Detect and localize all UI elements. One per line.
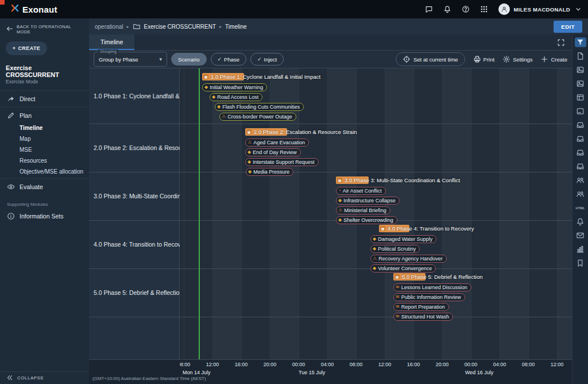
inject-chip-volunteer-convergence[interactable]: ◆Volunteer Convergence [370,264,436,272]
sidebar-item-timeline[interactable]: Timeline [0,122,89,133]
axis-tick-label: 08:00 [522,362,535,367]
filter-chip-phase[interactable]: ✓Phase [211,53,246,66]
rail-tray-icon[interactable] [575,148,586,158]
rail-chart-icon[interactable] [575,244,586,254]
collapse-button[interactable]: COLLAPSE [0,371,89,384]
create-label: CREATE [18,45,40,51]
rail-image-icon[interactable] [575,79,586,89]
inject-chip-interstate-support-request[interactable]: ◆Interstate Support Request [245,158,319,166]
apps-grid-icon[interactable] [480,5,488,13]
phase-bar[interactable]: ▦4.0 Phase 4: Transition to Recovery [379,225,474,232]
inject-chip-report-preparation[interactable]: ✉Report Preparation [393,303,449,311]
inject-label: Road Access Lost [217,94,258,100]
rail-bookmark-icon[interactable] [575,258,586,268]
rail-users-icon[interactable] [575,175,586,185]
inject-chip-damaged-water-supply[interactable]: ◆Damaged Water Supply [370,235,436,243]
rail-filter-icon[interactable] [575,37,586,47]
phase-bar-content: ▦5.0 Phase 5: Debrief & Reflection [393,273,482,281]
sidebar-item-direct[interactable]: Direct [0,92,89,106]
rail-tray-icon[interactable] [575,120,586,130]
inject-chip-air-asset-conflict[interactable]: ◔Air Asset Conflict [336,187,386,195]
diamond-icon: ◆ [338,198,342,203]
rail-bell-icon[interactable] [575,217,586,226]
phase-bar-content: ▦3.0 Phase 3: Multi-State Coordination &… [336,176,460,184]
inject-chip-political-scrutiny[interactable]: ◆Political Scrutiny [370,245,420,253]
inject-chip-end-of-day-review[interactable]: ◆End of Day Review [245,148,301,156]
phase-bar[interactable]: ▦3.0 Phase 3: Multi-State Coordination &… [336,176,460,184]
fullscreen-icon[interactable] [550,34,572,50]
chat-icon[interactable] [425,5,433,13]
inject-chip-structured-hot-wash[interactable]: ✉Structured Hot Wash [393,313,453,321]
sidebar-item-mse[interactable]: MSE [0,144,89,155]
phase-row-label: 1.0 Phase 1: Cyclone Landfall & Initia..… [89,68,180,124]
inject-chip-aged-care-evacuation[interactable]: ⚠Aged Care Evacuation [245,139,309,147]
rail-users-icon[interactable] [575,189,586,199]
breadcrumb-exercise[interactable]: Exercise CROSSCURRENT [144,24,216,30]
settings-button[interactable]: Settings [502,55,532,63]
row-separator [89,317,572,317]
user-menu[interactable]: MILES MACDONALD [498,3,582,15]
inject-chip-road-access-lost[interactable]: ◆Road Access Lost [210,93,262,101]
sidebar-item-information-sets[interactable]: Information Sets [0,209,89,223]
row-separator [89,220,572,221]
sidebar-item-objective-mse-allocation[interactable]: Objective/MSE allocation [0,166,89,177]
time-axis: 08:0012:0016:0020:0000:0004:0008:0012:00… [89,359,572,384]
inject-chip-infrastructure-collapse[interactable]: ◆Infrastructure Collapse [336,197,400,205]
inject-chip-shelter-overcrowding[interactable]: ◆Shelter Overcrowding [336,216,397,224]
current-time-line [199,68,200,359]
inject-chip-cross-border-power-outage[interactable]: ⚠Cross-border Power Outage [219,113,296,121]
filter-chip-scenario[interactable]: Scenario [171,53,207,66]
sidebar-item-plan[interactable]: Plan [0,109,89,122]
notifications-bell-icon[interactable] [443,5,451,13]
edit-button[interactable]: EDIT [554,21,582,33]
inject-chip-media-pressure[interactable]: ◆Media Pressure [246,168,293,176]
breadcrumb-separator-icon: ▸ [126,24,129,29]
axis-tick-label: 08:00 [180,362,190,367]
phase-label-column: 1.0 Phase 1: Cyclone Landfall & Initia..… [89,68,180,359]
axis-tick-label: 16:00 [407,362,420,367]
tab-timeline[interactable]: Timeline [89,34,134,50]
rail-html-icon[interactable]: HTML [575,203,586,213]
breadcrumb-timeline[interactable]: Timeline [225,24,246,30]
set-at-current-time-button[interactable]: Set at current time [396,52,465,66]
inject-label: Shelter Overcrowding [343,217,393,223]
help-icon[interactable] [462,5,470,13]
create-inject-button[interactable]: Create [540,55,567,63]
rail-tray-icon[interactable] [575,134,586,144]
phase-bar[interactable]: ▦2.0 Phase 2: Escalation & Resource Stra… [245,128,357,136]
sidebar-item-map[interactable]: Map [0,133,89,144]
create-button[interactable]: + CREATE [6,41,47,55]
toolbar-create-label: Create [551,56,567,63]
phase-bar[interactable]: ▦1.0 Phase 1: Cyclone Landfall & Initial… [202,73,320,80]
inject-chip-flash-flooding-cuts-communities[interactable]: ◆Flash Flooding Cuts Communities [215,103,304,111]
row-separator [89,172,572,172]
inject-label: Damaged Water Supply [378,236,432,242]
phase-bar[interactable]: ▦5.0 Phase 5: Debrief & Reflection [393,273,482,281]
sidebar-item-evaluate[interactable]: Evaluate [0,180,89,194]
gear-icon [502,55,510,63]
timeline-chart[interactable]: ▦1.0 Phase 1: Cyclone Landfall & Initial… [180,68,572,359]
inject-chip-initial-weather-warning[interactable]: ◆Initial Weather Warning [202,83,267,91]
grouping-select[interactable]: Grouping Group by Phase ▾ [94,52,167,67]
breadcrumb-operational[interactable]: operational [95,24,123,30]
phase-bar-label: 2.0 Phase 2: Escalation & Resource Strai… [254,129,357,135]
rail-tray-icon[interactable] [575,162,586,171]
folder-icon [133,22,141,30]
rail-image-icon[interactable] [575,65,586,75]
back-to-operational-button[interactable]: BACK TO OPERATIONAL MODE [0,18,89,39]
plus-icon: + [13,45,16,51]
rail-card-icon[interactable] [575,106,586,116]
rail-panel-icon[interactable] [575,93,586,102]
print-button[interactable]: Print [473,55,495,63]
axis-tick-label: 16:00 [235,362,248,367]
rail-mail-icon[interactable] [575,231,586,240]
inject-chip-lessons-learned-discussion[interactable]: ✉Lessons Learned Discussion [393,283,471,291]
rail-file-icon[interactable] [575,51,586,61]
filter-chip-inject[interactable]: ✓Inject [250,53,284,66]
sidebar-spacer [0,223,89,371]
inject-chip-recovery-agency-handover[interactable]: ⚠Recovery Agency Handover [370,255,447,263]
sidebar-item-resources[interactable]: Resources [0,155,89,166]
inject-chip-ministerial-briefing[interactable]: ⚠Ministerial Briefing [336,206,390,214]
phase-bar-label: 4.0 Phase 4: Transition to Recovery [388,225,474,232]
inject-chip-public-information-review[interactable]: ✉Public Information Review [393,293,465,301]
